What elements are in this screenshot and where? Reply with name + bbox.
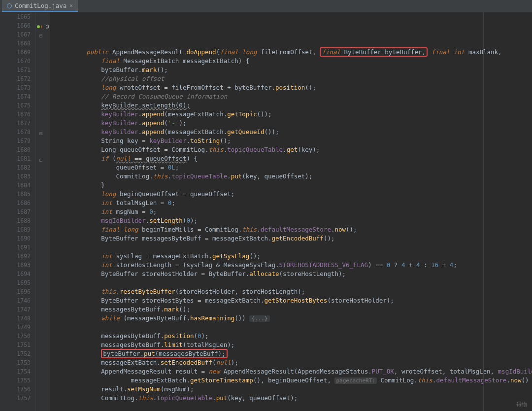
line-number[interactable]: 1696 (0, 287, 31, 296)
code-line[interactable]: int sysFlag = messageExtBatch.getSysFlag… (57, 252, 532, 261)
code-line[interactable] (57, 403, 532, 411)
code-line[interactable]: final long beginTimeMills = CommitLog.th… (57, 225, 532, 234)
code-line[interactable]: keyBuilder.append(messageExtBatch.getTop… (57, 110, 532, 119)
code-line[interactable]: Long queueOffset = CommitLog.this.topicQ… (57, 145, 532, 154)
code-line[interactable]: long wroteOffset = fileFromOffset + byte… (57, 83, 532, 92)
line-number[interactable]: 1677 (0, 119, 31, 128)
line-number[interactable]: 1751 (0, 341, 31, 349)
code-line[interactable]: int totalMsgLen = 0; (57, 199, 532, 207)
line-number[interactable]: 1681 (0, 154, 31, 163)
tab-bar: CommitLog.java × (0, 0, 532, 12)
code-line[interactable] (57, 323, 532, 332)
line-number[interactable]: 1692 (0, 252, 31, 261)
code-line[interactable]: messageExtBatch.setEncodedBuff(null); (57, 358, 532, 367)
line-number[interactable]: 1688 (0, 216, 31, 225)
code-line[interactable]: if (null == queueOffset) { (57, 154, 532, 163)
code-line[interactable]: while (messagesByteBuff.hasRemaining()) … (57, 314, 532, 323)
line-number-gutter[interactable]: 1665166616671668166916701671167216731674… (0, 12, 36, 411)
code-line[interactable]: messagesByteBuff.limit(totalMsgLen); (57, 341, 532, 349)
code-line[interactable]: // Record ConsumeQueue information (57, 92, 532, 101)
line-number[interactable]: 1694 (0, 270, 31, 278)
code-line[interactable]: } (57, 181, 532, 190)
line-number[interactable]: 1753 (0, 358, 31, 367)
line-number[interactable]: 1749 (0, 323, 31, 332)
line-number[interactable]: 1665 (0, 12, 31, 21)
gutter-icon-strip[interactable]: ●↑ @⊟⊟⊟ (36, 12, 50, 411)
code-line[interactable] (57, 243, 532, 252)
code-line[interactable]: AppendMessageResult result = new AppendM… (57, 367, 532, 376)
close-icon[interactable]: × (69, 1, 73, 10)
fold-toggle-icon[interactable]: ⊟ (39, 129, 42, 138)
code-line[interactable]: this.resetByteBuffer(storeHostHolder, st… (57, 287, 532, 296)
line-number[interactable]: 1746 (0, 296, 31, 305)
code-line[interactable]: messagesByteBuff.mark(); (57, 305, 532, 314)
code-line[interactable]: int msgNum = 0; (57, 207, 532, 216)
line-number[interactable]: 1686 (0, 199, 31, 207)
code-line[interactable]: ByteBuffer storeHostBytes = messageExtBa… (57, 296, 532, 305)
highlight-box: byteBuffer.put(messagesByteBuff); (101, 349, 227, 358)
code-line[interactable]: int storeHostLength = (sysFlag & Message… (57, 261, 532, 270)
active-tab-underline (2, 11, 78, 12)
code-line[interactable]: public AppendMessageResult doAppend(fina… (57, 48, 532, 57)
line-number[interactable]: 1756 (0, 385, 31, 394)
line-number[interactable]: 1675 (0, 101, 31, 110)
line-number[interactable]: 1668 (0, 39, 31, 48)
code-line[interactable]: keyBuilder.append(messageExtBatch.getQue… (57, 128, 532, 137)
code-line[interactable]: CommitLog.this.topicQueueTable.put(key, … (57, 394, 532, 403)
line-number[interactable]: 1684 (0, 181, 31, 190)
line-number[interactable]: 1666 (0, 21, 31, 30)
line-number[interactable]: 1691 (0, 243, 31, 252)
code-line[interactable]: messagesByteBuff.position(0); (57, 332, 532, 341)
line-number[interactable]: 1682 (0, 163, 31, 172)
code-line[interactable]: keyBuilder.append('-'); (57, 119, 532, 128)
override-gutter-icon[interactable]: ●↑ @ (37, 22, 49, 31)
line-number[interactable]: 1757 (0, 394, 31, 403)
line-number[interactable]: 1683 (0, 172, 31, 181)
code-line[interactable]: result.setMsgNum(msgNum); (57, 385, 532, 394)
code-line[interactable]: msgIdBuilder.setLength(0); (57, 216, 532, 225)
line-number[interactable]: 1678 (0, 128, 31, 137)
fold-toggle-icon[interactable]: ⊟ (39, 32, 42, 40)
code-line[interactable]: long beginQueueOffset = queueOffset; (57, 190, 532, 199)
code-line[interactable]: ByteBuffer storeHostHolder = ByteBuffer.… (57, 270, 532, 278)
line-number[interactable]: 1669 (0, 48, 31, 57)
line-number[interactable]: 1748 (0, 314, 31, 323)
code-line[interactable] (57, 39, 532, 48)
line-number[interactable]: 1685 (0, 190, 31, 199)
line-number[interactable]: 1673 (0, 83, 31, 92)
code-line[interactable]: String key = keyBuilder.toString(); (57, 137, 532, 145)
code-area[interactable]: public AppendMessageResult doAppend(fina… (50, 12, 532, 411)
line-number[interactable]: 1671 (0, 66, 31, 74)
code-line[interactable] (57, 278, 532, 287)
file-tab[interactable]: CommitLog.java × (2, 0, 78, 12)
line-number[interactable]: 1670 (0, 57, 31, 66)
line-number[interactable]: 1693 (0, 261, 31, 270)
line-number[interactable]: 1689 (0, 225, 31, 234)
code-line[interactable]: ByteBuffer messagesByteBuff = messageExt… (57, 234, 532, 243)
code-line[interactable]: keyBuilder.setLength(0); (57, 101, 532, 110)
code-line[interactable]: byteBuffer.mark(); (57, 66, 532, 74)
line-number[interactable]: 1755 (0, 376, 31, 385)
line-number[interactable]: 1747 (0, 305, 31, 314)
line-number[interactable]: 1687 (0, 207, 31, 216)
line-number[interactable]: 1690 (0, 234, 31, 243)
line-number[interactable]: 1674 (0, 92, 31, 101)
line-number[interactable]: 1752 (0, 349, 31, 358)
code-line[interactable]: byteBuffer.put(messagesByteBuff); (57, 349, 532, 358)
line-number[interactable]: 1667 (0, 30, 31, 39)
line-number[interactable]: 1695 (0, 278, 31, 287)
code-line[interactable]: //physical offset (57, 74, 532, 83)
line-number[interactable]: 1679 (0, 137, 31, 145)
code-line[interactable]: messageExtBatch.getStoreTimestamp(), beg… (57, 376, 532, 385)
code-line[interactable]: final MessageExtBatch messageExtBatch) { (57, 57, 532, 66)
line-number[interactable]: 1680 (0, 145, 31, 154)
line-number[interactable]: 1750 (0, 332, 31, 341)
code-line[interactable]: CommitLog.this.topicQueueTable.put(key, … (57, 172, 532, 181)
editor-frame: CommitLog.java × 16651666166716681669167… (0, 0, 532, 411)
fold-toggle-icon[interactable]: ⊟ (39, 156, 42, 165)
line-number[interactable]: 1672 (0, 74, 31, 83)
line-number[interactable]: 1754 (0, 367, 31, 376)
folded-region[interactable]: {...} (249, 315, 269, 322)
code-line[interactable]: queueOffset = 0L; (57, 163, 532, 172)
line-number[interactable]: 1676 (0, 110, 31, 119)
